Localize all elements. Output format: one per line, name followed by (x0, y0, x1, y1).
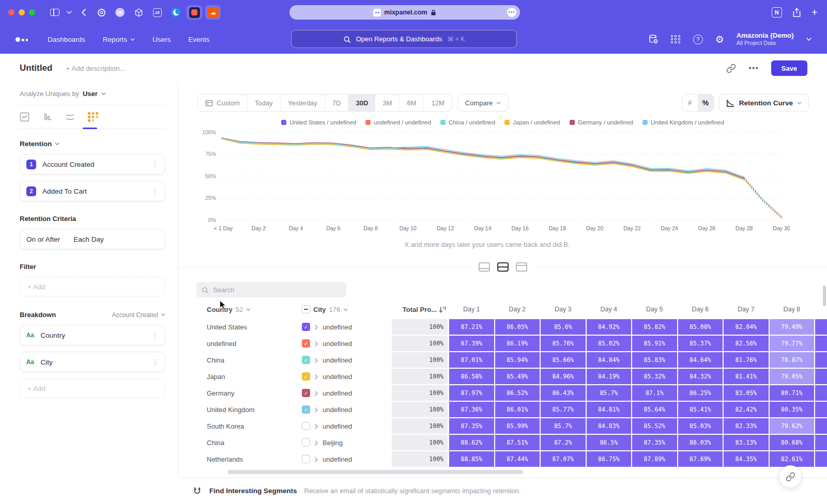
apps-grid-icon[interactable] (671, 35, 681, 43)
tab-retention[interactable] (88, 112, 98, 122)
horizontal-scrollbar-thumb[interactable] (227, 470, 523, 474)
add-filter-button[interactable]: + Add (20, 277, 165, 296)
retention-cell[interactable]: 87.21% (449, 319, 494, 335)
compare-button[interactable]: Compare (457, 94, 509, 112)
retention-cell[interactable]: 82.04% (724, 319, 769, 335)
retention-cell[interactable]: 85.08% (678, 319, 723, 335)
retention-cell[interactable]: 88.62% (449, 435, 494, 450)
breakdown-card-city[interactable]: Aa City ⋮ (20, 352, 165, 372)
retention-cell[interactable]: 86.58% (449, 369, 494, 384)
chevron-right-icon[interactable] (315, 439, 318, 446)
row-checkbox[interactable]: ✓ (302, 405, 310, 414)
retention-cell[interactable]: 85.94% (495, 352, 540, 368)
retention-cell[interactable]: 84.96% (541, 369, 586, 384)
new-tab-button[interactable]: + (811, 7, 818, 18)
retention-cell[interactable]: 84.19% (587, 369, 632, 384)
add-description[interactable]: + Add description... (66, 65, 125, 72)
retention-criteria-card[interactable]: On or After Each Day (20, 229, 165, 249)
retention-cell[interactable]: 88.85% (449, 451, 494, 467)
report-title[interactable]: Untitled (20, 63, 52, 73)
retention-cell[interactable]: 85.82% (632, 319, 677, 335)
breakdown-card-country[interactable]: Aa Country ⋮ (20, 325, 165, 345)
retention-cell[interactable]: 85.64% (632, 402, 677, 417)
column-header-day[interactable]: Day 5 (632, 306, 678, 313)
range-today[interactable]: Today (248, 94, 281, 111)
row-checkbox[interactable]: ✓ (302, 323, 310, 331)
range-12m[interactable]: 12M (424, 94, 451, 111)
legend-item[interactable]: undefined / undefined (365, 119, 431, 125)
retention-cell[interactable]: 79.49% (770, 319, 815, 335)
retention-cell[interactable] (815, 319, 827, 335)
column-header-day[interactable]: Day 8 (769, 306, 815, 313)
retention-cell[interactable]: 87.35% (632, 435, 677, 450)
tab-mixpanel-icon[interactable] (187, 5, 202, 20)
url-more-button[interactable]: ••• (507, 8, 516, 17)
row-checkbox[interactable] (302, 455, 310, 463)
select-all-checkbox[interactable] (302, 305, 310, 313)
retention-cell[interactable]: 85.83% (632, 352, 677, 368)
retention-cell[interactable]: 85.37% (678, 336, 723, 351)
column-header-day[interactable]: Day 4 (586, 306, 632, 313)
column-header-day[interactable]: Day 1 (449, 306, 495, 313)
retention-cell[interactable]: 83.13% (724, 435, 769, 450)
retention-cell[interactable]: 84.64% (678, 352, 723, 368)
minimize-window-button[interactable] (19, 9, 25, 15)
retention-cell[interactable]: 84.35% (724, 451, 769, 467)
chevron-right-icon[interactable] (315, 357, 318, 363)
retention-cell[interactable]: 86.52% (495, 385, 540, 401)
retention-cell[interactable] (815, 385, 827, 401)
retention-cell[interactable]: 86.75% (587, 451, 632, 467)
column-header-country[interactable]: Country 52 (196, 306, 289, 313)
retention-cell[interactable]: 80.35% (770, 402, 815, 417)
retention-cell[interactable]: 85.7% (587, 385, 632, 401)
chevron-right-icon[interactable] (315, 324, 318, 330)
retention-cell[interactable]: 85.91% (632, 336, 677, 351)
breakdown-event-dropdown[interactable]: Account Created (112, 311, 165, 319)
chart-type-dropdown[interactable]: Retention Curve (719, 94, 809, 112)
column-header-day[interactable]: Day 7 (723, 306, 769, 313)
table-search-input[interactable] (213, 286, 341, 294)
retention-cell[interactable] (815, 418, 827, 434)
criteria-mode-dropdown[interactable]: On or After (26, 235, 60, 243)
retention-cell[interactable]: 82.61% (770, 451, 815, 467)
chevron-right-icon[interactable] (315, 456, 318, 462)
retention-cell[interactable]: 86.5% (587, 435, 632, 450)
row-checkbox[interactable] (302, 422, 310, 430)
chevron-right-icon[interactable] (315, 423, 318, 429)
tab-soundcloud-icon[interactable]: ☁ (205, 5, 221, 20)
tab-target-icon[interactable] (94, 5, 109, 20)
kebab-menu-icon[interactable]: ⋮ (151, 187, 159, 195)
column-header-day[interactable]: Day 2 (495, 306, 541, 313)
settings-gear-icon[interactable]: ⚙ (715, 35, 724, 44)
legend-item[interactable]: United Kingdom / undefined (642, 119, 724, 125)
absolute-numbers-toggle[interactable]: # (682, 94, 698, 111)
retention-cell[interactable]: 79.77% (770, 336, 815, 351)
chevron-down-icon[interactable] (67, 11, 72, 14)
retention-cell[interactable] (815, 435, 827, 450)
column-header-city[interactable]: City 176 (289, 305, 387, 313)
retention-cell[interactable]: 85.32% (632, 369, 677, 384)
retention-cell[interactable]: 84.32% (678, 369, 723, 384)
retention-cell[interactable]: 79.62% (770, 418, 815, 434)
copy-link-icon[interactable] (726, 63, 736, 73)
retention-cell[interactable]: 85.66% (541, 352, 586, 368)
retention-cell[interactable]: 87.97% (449, 385, 494, 401)
column-header-total[interactable]: Total Pro... (387, 306, 449, 313)
range-yesterday[interactable]: Yesterday (281, 94, 325, 111)
range-3m[interactable]: 3M (375, 94, 400, 111)
retention-cell[interactable]: 86.01% (495, 402, 540, 417)
save-button[interactable]: Save (771, 60, 807, 76)
share-icon[interactable] (792, 7, 801, 17)
retention-cell[interactable]: 87.51% (495, 435, 540, 450)
retention-cell[interactable]: 84.83% (587, 418, 632, 434)
retention-cell[interactable]: 79.05% (770, 369, 815, 384)
retention-cell[interactable]: 86.19% (495, 336, 540, 351)
chevron-right-icon[interactable] (315, 373, 318, 380)
step-card-1[interactable]: 1 Account Created ⋮ (20, 154, 165, 175)
chart-only-view-icon[interactable] (477, 260, 492, 274)
retention-cell[interactable]: 82.42% (724, 402, 769, 417)
zoom-window-button[interactable] (29, 9, 35, 15)
range-6m[interactable]: 6M (400, 94, 424, 111)
retention-cell[interactable]: 87.39% (449, 336, 494, 351)
split-view-icon[interactable] (496, 260, 510, 274)
